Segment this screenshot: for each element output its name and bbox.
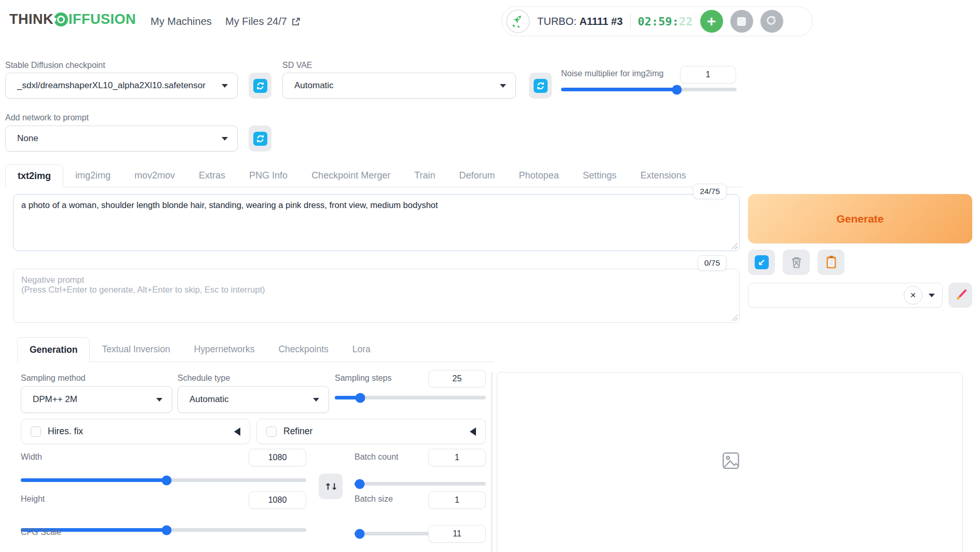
- apply-styles-button[interactable]: [818, 250, 845, 275]
- hires-fix-checkbox[interactable]: [31, 426, 41, 437]
- logo-d-icon: [54, 12, 68, 26]
- refresh-icon: [534, 79, 548, 93]
- noise-multiplier-slider[interactable]: [561, 88, 737, 91]
- logo-diffusion-text: IFFUSION: [69, 11, 136, 27]
- chevron-down-icon: [222, 137, 228, 141]
- add-time-button[interactable]: +: [700, 10, 723, 33]
- clear-prompt-button[interactable]: [783, 250, 810, 275]
- slider-thumb[interactable]: [161, 475, 171, 485]
- trash-icon: [790, 255, 804, 269]
- tab-txt2img[interactable]: txt2img: [5, 164, 63, 187]
- styles-select[interactable]: ×: [748, 283, 943, 308]
- tab-train[interactable]: Train: [402, 164, 447, 187]
- pill-divider: [630, 13, 631, 29]
- slider-thumb[interactable]: [355, 479, 365, 489]
- tab-extensions[interactable]: Extensions: [629, 164, 698, 187]
- negative-prompt-container: 0/75: [13, 269, 740, 323]
- vae-select[interactable]: Automatic: [282, 73, 516, 99]
- refresh-icon: [253, 132, 267, 146]
- stop-icon: [737, 17, 746, 26]
- tab-hypernetworks[interactable]: Hypernetworks: [182, 337, 267, 362]
- tab-png-info[interactable]: PNG Info: [237, 164, 300, 187]
- tab-generation[interactable]: Generation: [17, 337, 90, 362]
- refresh-vae-button[interactable]: [529, 73, 552, 99]
- thinkdiffusion-a1111-page: THINKIFFUSION My Machines My Files 24/7: [0, 0, 980, 552]
- tab-deforum[interactable]: Deforum: [447, 164, 507, 187]
- cfg-scale-label: CFG Scale: [21, 528, 61, 537]
- checkpoint-label: Stable Diffusion checkpoint: [5, 61, 105, 70]
- session-timer: 02:59:22: [638, 15, 693, 28]
- vae-value: Automatic: [294, 80, 334, 91]
- tab-settings[interactable]: Settings: [571, 164, 629, 187]
- chevron-down-icon: [500, 84, 506, 88]
- tab-extras[interactable]: Extras: [187, 164, 237, 187]
- machine-mode-label: TURBO:: [537, 16, 577, 27]
- read-parameters-button[interactable]: ↙: [748, 250, 775, 275]
- batch-size-input[interactable]: [428, 491, 486, 509]
- machine-instance-label: A1111 #3: [579, 16, 622, 27]
- batch-count-input[interactable]: [428, 449, 486, 466]
- tab-mov2mov[interactable]: mov2mov: [122, 164, 187, 187]
- checkpoint-select[interactable]: _sdxl/dreamshaperXL10_alpha2Xl10.safeten…: [5, 73, 238, 99]
- nav-my-files[interactable]: My Files 24/7: [225, 16, 301, 27]
- sampling-method-label: Sampling method: [21, 374, 86, 383]
- height-input[interactable]: [249, 491, 306, 509]
- nav-my-machines[interactable]: My Machines: [151, 16, 212, 27]
- batch-size-label: Batch size: [355, 494, 393, 504]
- batch-count-label: Batch count: [355, 452, 399, 462]
- negative-prompt-textarea[interactable]: [13, 269, 740, 323]
- tab-checkpoints[interactable]: Checkpoints: [266, 337, 340, 362]
- tab-textual-inversion[interactable]: Textual Inversion: [90, 337, 182, 362]
- prompt-container: a photo of a woman, shoulder length blon…: [13, 194, 740, 251]
- prompt-textarea[interactable]: a photo of a woman, shoulder length blon…: [13, 194, 740, 251]
- column-resize-handle: [491, 372, 493, 552]
- tab-lora[interactable]: Lora: [341, 337, 383, 362]
- restart-machine-button[interactable]: [760, 10, 783, 33]
- logo-think-text: THINK: [9, 11, 53, 27]
- prompt-token-counter: 24/75: [693, 184, 727, 199]
- refiner-checkbox[interactable]: [266, 426, 277, 437]
- cfg-scale-input[interactable]: [428, 525, 486, 543]
- thinkdiffusion-logo: THINKIFFUSION: [9, 11, 136, 27]
- noise-multiplier-input[interactable]: [680, 66, 736, 84]
- tab-checkpoint-merger[interactable]: Checkpoint Merger: [300, 164, 402, 187]
- timer-seconds: 22: [679, 15, 693, 28]
- chevron-down-icon: [313, 398, 319, 402]
- swap-dimensions-button[interactable]: ↑↓: [319, 474, 343, 499]
- stop-machine-button[interactable]: [730, 10, 753, 33]
- nav-my-files-label: My Files 24/7: [225, 16, 287, 27]
- generate-button[interactable]: Generate: [748, 194, 972, 243]
- sampling-steps-input[interactable]: [428, 370, 486, 388]
- chevron-down-icon: [156, 398, 162, 402]
- hires-fix-accordion[interactable]: Hires. fix: [21, 419, 250, 444]
- slider-thumb[interactable]: [355, 529, 365, 539]
- negative-token-counter: 0/75: [698, 255, 727, 271]
- sampling-method-select[interactable]: DPM++ 2M: [21, 386, 172, 413]
- sampling-steps-label: Sampling steps: [335, 374, 391, 383]
- sampling-steps-slider[interactable]: [335, 396, 486, 399]
- height-slider[interactable]: [21, 528, 306, 532]
- edit-styles-button[interactable]: [948, 283, 972, 308]
- main-tabbar: txt2img img2img mov2mov Extras PNG Info …: [5, 164, 742, 187]
- swap-arrows-icon: ↑↓: [324, 481, 337, 492]
- collapse-left-icon: [234, 427, 240, 436]
- timer-hours-minutes: 02:59:: [638, 15, 679, 28]
- refresh-checkpoints-button[interactable]: [249, 73, 271, 99]
- slider-thumb[interactable]: [356, 393, 365, 403]
- refiner-accordion[interactable]: Refiner: [256, 419, 486, 444]
- clear-selection-icon[interactable]: ×: [904, 286, 922, 305]
- slider-thumb[interactable]: [161, 525, 171, 535]
- tab-photopea[interactable]: Photopea: [507, 164, 571, 187]
- refresh-networks-button[interactable]: [249, 126, 271, 151]
- schedule-type-select[interactable]: Automatic: [178, 386, 329, 413]
- width-slider[interactable]: [21, 478, 306, 482]
- slider-thumb[interactable]: [672, 85, 682, 94]
- restart-icon: [766, 15, 778, 27]
- tab-img2img[interactable]: img2img: [63, 164, 122, 187]
- chevron-down-icon: [222, 84, 228, 88]
- width-input[interactable]: [249, 449, 306, 466]
- add-network-select[interactable]: None: [5, 126, 238, 151]
- paintbrush-icon: [954, 288, 968, 302]
- batch-count-slider[interactable]: [355, 482, 486, 486]
- image-placeholder-icon: [720, 450, 741, 471]
